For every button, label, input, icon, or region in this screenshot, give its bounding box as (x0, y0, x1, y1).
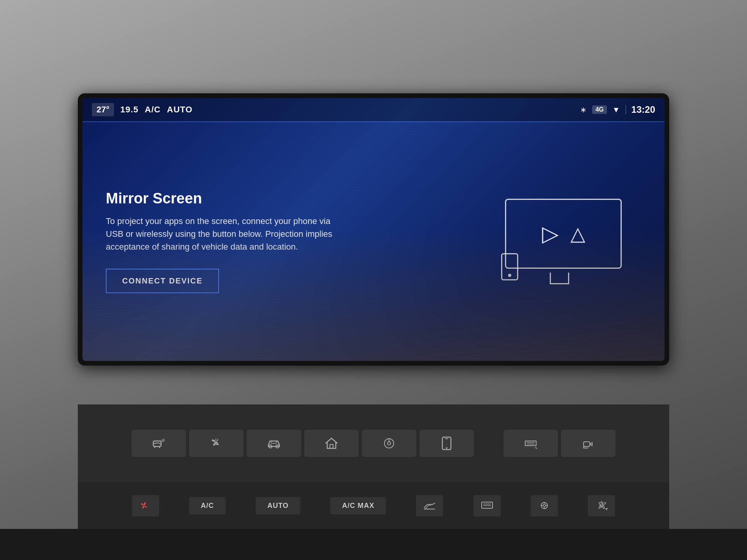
home-button[interactable] (304, 430, 359, 457)
seat-temp-indicator[interactable] (132, 495, 159, 516)
defrost-rear-button[interactable] (503, 430, 558, 457)
rear-defrost-button[interactable] (473, 495, 501, 516)
current-temp: 27° (92, 103, 114, 116)
auto-button[interactable]: AUTO (256, 497, 300, 514)
svg-rect-13 (584, 442, 590, 446)
windshield-defrost-button[interactable] (416, 495, 443, 516)
car-button[interactable] (247, 430, 301, 457)
climate-row: A/C AUTO A/C MAX (78, 482, 669, 529)
monitor-stand (550, 273, 569, 284)
svg-point-10 (446, 447, 447, 449)
page-description: To project your apps on the screen, conn… (106, 215, 339, 253)
fan-speed-button[interactable] (588, 495, 615, 516)
display-unit: 27° 19.5 A/C AUTO ∗ 4G ▼︎ 13:20 M (78, 93, 669, 366)
location-icon: ▼︎ (612, 105, 620, 114)
divider-line (626, 105, 626, 114)
ac-vent-button[interactable] (531, 495, 558, 516)
status-bar: 27° 19.5 A/C AUTO ∗ 4G ▼︎ 13:20 (82, 98, 665, 121)
svg-point-6 (388, 442, 391, 445)
android-auto-icon: △ (570, 224, 585, 243)
connect-device-button[interactable]: CONNECT DEVICE (106, 269, 219, 293)
svg-point-19 (543, 504, 545, 507)
bottom-area (0, 529, 747, 560)
clock-display: 13:20 (631, 104, 655, 115)
content-area: Mirror Screen To project your apps on th… (82, 122, 665, 361)
phone-device-icon (501, 253, 518, 280)
svg-rect-4 (330, 444, 333, 448)
bluetooth-icon: ∗ (580, 105, 587, 114)
infotainment-screen: 27° 19.5 A/C AUTO ∗ 4G ▼︎ 13:20 M (82, 98, 665, 361)
right-panel: ▷ △ (478, 199, 641, 284)
carplay-icon: ▷ (542, 223, 559, 245)
navigation-button[interactable] (419, 430, 474, 457)
status-right: ∗ 4G ▼︎ 13:20 (580, 104, 655, 115)
mirror-screen-graphic: ▷ △ (493, 199, 626, 284)
page-title: Mirror Screen (106, 190, 462, 207)
control-panel (78, 404, 669, 482)
seat-heat-button[interactable] (132, 430, 186, 457)
signal-badge: 4G (592, 105, 607, 114)
ac-temp-display: 19.5 (120, 105, 139, 115)
svg-rect-15 (482, 502, 493, 508)
ac-max-button[interactable]: A/C MAX (330, 497, 386, 514)
left-panel: Mirror Screen To project your apps on th… (106, 190, 478, 293)
media-button[interactable] (362, 430, 416, 457)
status-left: 27° 19.5 A/C AUTO (92, 103, 193, 116)
seat-adjust-button[interactable] (561, 430, 615, 457)
ac-label: A/C (145, 105, 161, 115)
monitor-icon: ▷ △ (505, 199, 622, 269)
mode-label: AUTO (167, 105, 193, 115)
fan-button[interactable] (189, 430, 244, 457)
ac-button[interactable]: A/C (189, 497, 226, 514)
phone-dot (508, 274, 511, 277)
